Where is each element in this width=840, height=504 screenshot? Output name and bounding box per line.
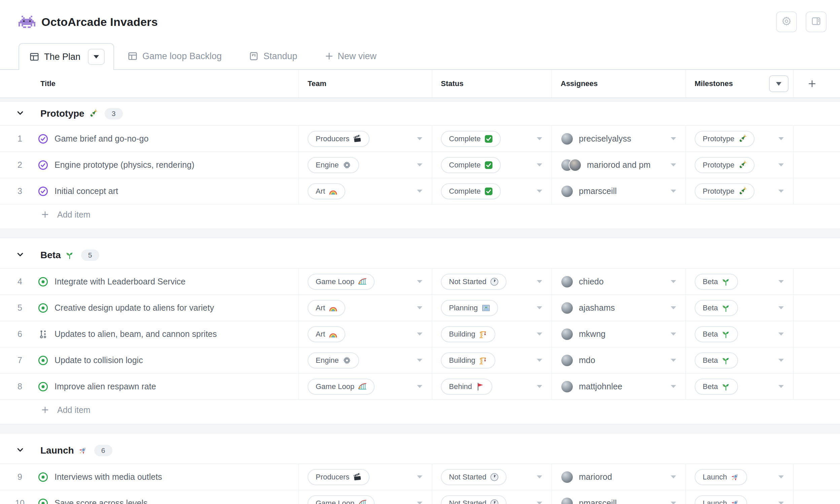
status-cell[interactable]: Not Started	[432, 464, 552, 490]
status-cell[interactable]: Planning	[432, 295, 552, 321]
milestone-cell[interactable]: Beta	[686, 295, 793, 321]
milestone-cell[interactable]: Prototype	[686, 152, 793, 178]
status-chip[interactable]: Complete	[441, 183, 501, 199]
team-chip[interactable]: Engine	[308, 157, 359, 173]
milestone-chip[interactable]: Prototype	[695, 157, 755, 173]
dropdown-caret-icon[interactable]	[537, 475, 542, 479]
collapse-group-button[interactable]	[14, 107, 27, 120]
assignees-cell[interactable]: preciselyalyss	[552, 126, 686, 151]
milestone-chip[interactable]: Launch	[695, 469, 747, 485]
team-chip[interactable]: Engine	[308, 353, 359, 368]
status-chip[interactable]: Not Started	[441, 469, 507, 485]
milestone-cell[interactable]: Launch	[686, 490, 793, 504]
status-chip[interactable]: Not Started	[441, 274, 507, 290]
side-panel-button[interactable]	[806, 12, 826, 32]
team-chip[interactable]: Art	[308, 300, 345, 316]
item-title[interactable]: Creative design update to aliens for var…	[54, 303, 214, 313]
collapse-group-button[interactable]	[14, 249, 27, 262]
dropdown-caret-icon[interactable]	[537, 280, 542, 283]
milestone-cell[interactable]: Prototype	[686, 178, 793, 204]
status-chip[interactable]: Planning	[441, 300, 498, 316]
item-title[interactable]: Interviews with media outlets	[54, 472, 162, 482]
item-title[interactable]: Game brief and go-no-go	[54, 134, 149, 144]
status-chip[interactable]: Building	[441, 326, 495, 342]
item-title[interactable]: Updates to alien, beam, and cannon sprit…	[54, 329, 217, 339]
dropdown-caret-icon[interactable]	[537, 359, 542, 362]
dropdown-caret-icon[interactable]	[778, 475, 784, 479]
status-chip[interactable]: Behind	[441, 379, 492, 395]
status-cell[interactable]: Building	[432, 321, 552, 347]
new-view-button[interactable]: New view	[311, 43, 390, 69]
assignees-cell[interactable]: mariorod	[552, 464, 686, 490]
milestone-cell[interactable]: Prototype	[686, 126, 793, 151]
dropdown-caret-icon[interactable]	[671, 280, 676, 283]
dropdown-caret-icon[interactable]	[537, 306, 542, 309]
dropdown-caret-icon[interactable]	[671, 359, 676, 362]
milestone-chip[interactable]: Beta	[695, 274, 738, 290]
status-cell[interactable]: Behind	[432, 374, 552, 399]
column-header-team[interactable]: Team	[299, 70, 432, 97]
dropdown-caret-icon[interactable]	[671, 190, 676, 193]
add-item-button[interactable]: Add item	[0, 400, 840, 420]
milestone-cell[interactable]: Beta	[686, 374, 793, 399]
dropdown-caret-icon[interactable]	[417, 359, 422, 362]
dropdown-caret-icon[interactable]	[778, 163, 784, 166]
team-chip[interactable]: Game Loop	[308, 379, 375, 395]
add-column-button[interactable]	[793, 70, 840, 97]
dropdown-caret-icon[interactable]	[778, 332, 784, 336]
milestone-cell[interactable]: Beta	[686, 347, 793, 373]
assignees-cell[interactable]: mariorod and pm	[552, 152, 686, 178]
milestone-cell[interactable]: Beta	[686, 269, 793, 294]
column-header-title[interactable]: Title	[0, 70, 299, 97]
dropdown-caret-icon[interactable]	[537, 163, 542, 166]
status-chip[interactable]: Building	[441, 353, 495, 368]
team-cell[interactable]: Game Loop	[299, 374, 432, 399]
item-title[interactable]: Update to collision logic	[54, 355, 143, 365]
item-title[interactable]: Integrate with Leaderboard Service	[54, 277, 185, 286]
assignees-cell[interactable]: mkwng	[552, 321, 686, 347]
status-cell[interactable]: Complete	[432, 152, 552, 178]
dropdown-caret-icon[interactable]	[417, 137, 422, 140]
dropdown-caret-icon[interactable]	[671, 306, 676, 309]
assignees-cell[interactable]: pmarsceill	[552, 178, 686, 204]
milestone-chip[interactable]: Prototype	[695, 131, 755, 147]
status-chip[interactable]: Not Started	[441, 495, 507, 504]
collapse-group-button[interactable]	[14, 444, 27, 457]
add-item-button[interactable]: Add item	[0, 204, 840, 224]
status-cell[interactable]: Building	[432, 347, 552, 373]
dropdown-caret-icon[interactable]	[778, 137, 784, 140]
assignees-cell[interactable]: ajashams	[552, 295, 686, 321]
dropdown-caret-icon[interactable]	[537, 137, 542, 140]
status-cell[interactable]: Not Started	[432, 490, 552, 504]
team-cell[interactable]: Engine	[299, 152, 432, 178]
dropdown-caret-icon[interactable]	[778, 359, 784, 362]
team-cell[interactable]: Engine	[299, 347, 432, 373]
milestone-cell[interactable]: Beta	[686, 321, 793, 347]
tab-menu-button[interactable]	[88, 49, 105, 65]
assignees-cell[interactable]: mattjohnlee	[552, 374, 686, 399]
team-chip[interactable]: Producers	[308, 131, 370, 147]
dropdown-caret-icon[interactable]	[671, 502, 676, 504]
team-cell[interactable]: Producers	[299, 126, 432, 151]
column-menu-button[interactable]	[769, 75, 789, 92]
team-cell[interactable]: Art	[299, 321, 432, 347]
dropdown-caret-icon[interactable]	[671, 385, 676, 388]
dropdown-caret-icon[interactable]	[671, 137, 676, 140]
column-header-status[interactable]: Status	[432, 70, 552, 97]
milestone-chip[interactable]: Prototype	[695, 183, 755, 199]
item-title[interactable]: Engine prototype (physics, rendering)	[54, 160, 194, 170]
dropdown-caret-icon[interactable]	[671, 475, 676, 479]
tab-standup[interactable]: Standup	[235, 43, 311, 69]
milestone-chip[interactable]: Beta	[695, 379, 738, 395]
team-cell[interactable]: Art	[299, 295, 432, 321]
dropdown-caret-icon[interactable]	[671, 163, 676, 166]
dropdown-caret-icon[interactable]	[417, 332, 422, 336]
dropdown-caret-icon[interactable]	[778, 306, 784, 309]
column-header-assignees[interactable]: Assignees	[552, 70, 686, 97]
settings-button[interactable]	[776, 12, 797, 32]
dropdown-caret-icon[interactable]	[417, 280, 422, 283]
dropdown-caret-icon[interactable]	[778, 190, 784, 193]
dropdown-caret-icon[interactable]	[537, 502, 542, 504]
item-title[interactable]: Improve alien respawn rate	[54, 382, 156, 391]
dropdown-caret-icon[interactable]	[417, 306, 422, 309]
